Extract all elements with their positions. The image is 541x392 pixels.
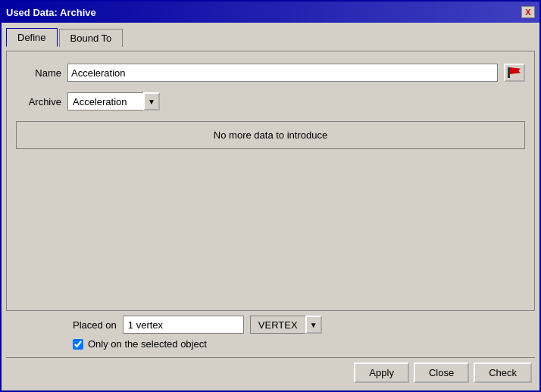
archive-select-value[interactable]: Acceleration (67, 92, 143, 110)
close-window-button[interactable]: X (521, 6, 535, 18)
flag-button[interactable] (504, 64, 525, 82)
placed-on-area: Placed on VERTEX ▼ Only on the selected … (6, 316, 535, 350)
archive-row: Archive Acceleration ▼ (16, 92, 525, 110)
apply-button[interactable]: Apply (354, 362, 409, 383)
dialog-window: Used Data: Archive X Define Bound To Nam… (0, 0, 541, 392)
name-input[interactable] (67, 64, 498, 82)
name-row: Name (16, 64, 525, 82)
flag-icon (508, 67, 521, 78)
placed-on-input[interactable] (123, 316, 244, 334)
archive-select-wrapper: Acceleration ▼ (67, 92, 160, 110)
tab-define[interactable]: Define (6, 28, 58, 47)
title-bar: Used Data: Archive X (2, 2, 539, 23)
archive-dropdown-button[interactable]: ▼ (143, 92, 160, 110)
only-selected-label: Only on the selected object (88, 338, 207, 350)
close-button[interactable]: Close (414, 362, 469, 383)
archive-label: Archive (16, 96, 61, 107)
window-content: Define Bound To Name Archive Acceleratio… (2, 23, 539, 390)
window-title: Used Data: Archive (6, 7, 96, 18)
check-button[interactable]: Check (474, 362, 532, 383)
spacer (16, 160, 525, 298)
placed-on-label: Placed on (73, 319, 117, 331)
info-box: No more data to introduce (16, 121, 525, 149)
placed-on-row: Placed on VERTEX ▼ (12, 316, 529, 334)
tab-bound-to[interactable]: Bound To (59, 29, 124, 47)
checkbox-row: Only on the selected object (73, 338, 529, 350)
vertex-dropdown-button[interactable]: ▼ (305, 316, 322, 334)
only-selected-checkbox[interactable] (73, 339, 83, 350)
button-bar: Apply Close Check (6, 357, 535, 386)
tab-content-define: Name Archive Acceleration ▼ No more data… (6, 51, 535, 311)
vertex-select-wrapper: VERTEX ▼ (250, 316, 322, 334)
name-label: Name (16, 67, 61, 79)
vertex-type-value[interactable]: VERTEX (250, 316, 305, 334)
tab-bar: Define Bound To (6, 27, 535, 46)
